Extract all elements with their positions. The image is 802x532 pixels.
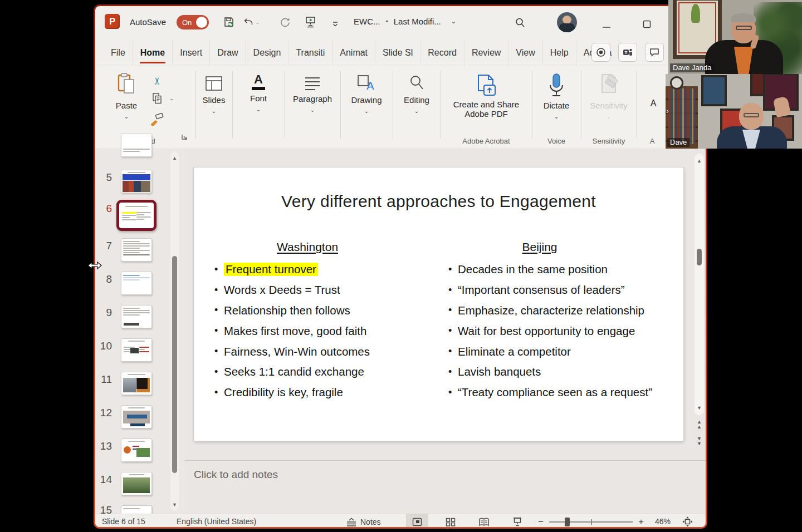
autosave-toggle[interactable]: On bbox=[177, 15, 209, 29]
font-group-button[interactable]: A Font ⌄ bbox=[232, 66, 285, 112]
main-scroll-up-icon[interactable]: ▲ bbox=[695, 158, 704, 164]
reading-view-icon bbox=[478, 518, 490, 526]
main-scroll-down-icon[interactable]: ▼ bbox=[695, 405, 704, 411]
minimize-button[interactable] bbox=[598, 21, 615, 34]
tab-slideshow[interactable]: Slide Sl bbox=[375, 40, 420, 66]
next-slide-button[interactable]: ▼▼ bbox=[695, 436, 704, 446]
slide-thumbnail-6-selected[interactable] bbox=[116, 200, 157, 231]
fit-slide-to-window-button[interactable] bbox=[679, 514, 696, 527]
slide-thumbnail-15-partial[interactable] bbox=[121, 505, 152, 514]
editing-icon bbox=[408, 74, 426, 92]
tab-help[interactable]: Help bbox=[543, 40, 576, 66]
slide-thumbnail-4-partial[interactable] bbox=[121, 134, 152, 157]
editing-group-button[interactable]: Editing ⌄ bbox=[393, 66, 441, 114]
person-glasses bbox=[744, 113, 759, 117]
notes-pane[interactable]: Click to add notes bbox=[185, 461, 706, 514]
reading-view-button[interactable] bbox=[473, 514, 495, 527]
toggle-knob-icon bbox=[196, 17, 207, 28]
search-button[interactable] bbox=[512, 15, 529, 31]
wall-clock bbox=[670, 76, 683, 90]
create-share-pdf-button[interactable]: Create and Share Adobe PDF bbox=[441, 66, 532, 119]
main-scrollbar-thumb[interactable] bbox=[697, 249, 702, 265]
thumbnail-scroll-down-icon[interactable]: ▼ bbox=[170, 502, 179, 508]
teams-meeting-button[interactable]: T bbox=[618, 43, 637, 62]
undo-button[interactable]: ⌄ bbox=[243, 14, 260, 30]
paste-dropdown-chevron-icon[interactable]: ⌄ bbox=[124, 114, 129, 120]
slide-indicator[interactable]: Slide 6 of 15 bbox=[102, 517, 145, 526]
webcam-feed-dave[interactable]: Dave bbox=[666, 74, 802, 149]
video-panel-collapse-chevron-icon[interactable]: › bbox=[666, 106, 669, 115]
document-title[interactable]: EWC... • Last Modifi... ⌄ bbox=[354, 17, 456, 26]
comments-button[interactable] bbox=[645, 43, 664, 62]
paste-button[interactable]: Paste ⌄ bbox=[107, 73, 145, 120]
save-button[interactable] bbox=[221, 14, 237, 30]
tab-record[interactable]: Record bbox=[420, 40, 464, 66]
title-dropdown-chevron-icon[interactable]: ⌄ bbox=[451, 18, 456, 25]
ribbon-overflow-group[interactable]: A bbox=[637, 66, 670, 109]
slide-sorter-view-button[interactable] bbox=[439, 514, 462, 527]
tab-review[interactable]: Review bbox=[464, 40, 508, 66]
zoom-level[interactable]: 46% bbox=[652, 517, 673, 526]
tab-draw[interactable]: Draw bbox=[210, 40, 246, 66]
tab-insert[interactable]: Insert bbox=[173, 40, 210, 66]
format-painter-icon bbox=[149, 113, 164, 127]
maximize-button[interactable] bbox=[638, 17, 655, 31]
slide-number-12: 12 bbox=[99, 407, 112, 419]
thumbnail-scroll-up-icon[interactable]: ▲ bbox=[170, 155, 179, 161]
account-avatar[interactable] bbox=[557, 12, 577, 32]
slide-thumbnail-5[interactable] bbox=[121, 170, 152, 193]
paste-label: Paste bbox=[116, 101, 137, 110]
dictate-button[interactable]: Dictate ⌄ bbox=[532, 66, 581, 120]
copy-button[interactable] bbox=[150, 92, 164, 105]
previous-slide-button[interactable]: ▲▲ bbox=[695, 420, 704, 430]
record-button[interactable] bbox=[591, 43, 610, 62]
undo-dropdown-chevron-icon[interactable]: ⌄ bbox=[255, 19, 260, 25]
zoom-slider-thumb[interactable] bbox=[565, 518, 570, 526]
dictate-microphone-icon bbox=[547, 73, 566, 97]
paragraph-group-button[interactable]: Paragraph ⌄ bbox=[285, 66, 340, 113]
slideshow-view-button[interactable] bbox=[506, 514, 529, 527]
tab-transitions[interactable]: Transiti bbox=[288, 40, 332, 66]
zoom-slider-center-tick bbox=[591, 519, 592, 525]
slide-thumbnail-11[interactable] bbox=[121, 372, 152, 395]
bullet-item: •Words x Deeds = Trust bbox=[214, 280, 370, 301]
tab-animations[interactable]: Animat bbox=[332, 40, 375, 66]
slide-number-7: 7 bbox=[99, 240, 112, 252]
redo-button[interactable] bbox=[277, 14, 294, 30]
drawing-group-button[interactable]: A Drawing ⌄ bbox=[340, 66, 393, 114]
tab-home[interactable]: Home bbox=[133, 40, 173, 66]
zoom-in-button[interactable]: + bbox=[635, 514, 647, 527]
thumbnail-scrollbar-thumb[interactable] bbox=[172, 256, 177, 473]
drawing-chevron-icon: ⌄ bbox=[364, 108, 369, 114]
slide-thumbnail-12[interactable] bbox=[121, 405, 152, 428]
font-chevron-icon: ⌄ bbox=[256, 106, 261, 112]
slide-thumbnail-10[interactable] bbox=[121, 338, 152, 362]
cut-button[interactable]: ✂ bbox=[150, 74, 164, 87]
dictate-chevron-icon[interactable]: ⌄ bbox=[554, 114, 559, 120]
tab-file[interactable]: File bbox=[103, 40, 133, 66]
slide-thumbnail-9[interactable] bbox=[121, 305, 152, 328]
start-presentation-button[interactable] bbox=[302, 14, 319, 29]
paragraph-chevron-icon: ⌄ bbox=[310, 107, 315, 113]
tab-design[interactable]: Design bbox=[246, 40, 289, 66]
slide-thumbnail-7[interactable] bbox=[121, 238, 152, 262]
normal-view-button[interactable] bbox=[406, 514, 428, 527]
comment-icon bbox=[649, 47, 660, 58]
slides-group-button[interactable]: Slides ⌄ bbox=[195, 66, 232, 114]
copy-dropdown-chevron-icon[interactable]: ⌄ bbox=[168, 94, 175, 103]
format-painter-button[interactable] bbox=[148, 112, 165, 129]
webcam-feed-dave-janda[interactable]: Dave Janda bbox=[668, 0, 802, 74]
slide-thumbnail-14[interactable] bbox=[121, 472, 152, 495]
tab-view[interactable]: View bbox=[508, 40, 542, 66]
notes-toggle-button[interactable]: Notes bbox=[346, 514, 381, 527]
zoom-out-button[interactable]: − bbox=[535, 514, 546, 527]
column-header-washington: Washington bbox=[252, 240, 363, 254]
language-indicator[interactable]: English (United States) bbox=[177, 517, 256, 526]
slide-canvas[interactable]: Very different approaches to Engagement … bbox=[194, 168, 683, 441]
clipboard-dialog-launcher[interactable] bbox=[180, 133, 189, 142]
customize-toolbar-button[interactable] bbox=[327, 16, 344, 32]
main-scrollbar[interactable]: ▲ ▼ bbox=[695, 154, 704, 415]
slide-thumbnail-8[interactable] bbox=[121, 272, 152, 295]
thumbnail-scrollbar[interactable]: ▲ ▼ bbox=[170, 151, 179, 511]
slide-thumbnail-13[interactable] bbox=[121, 439, 152, 462]
